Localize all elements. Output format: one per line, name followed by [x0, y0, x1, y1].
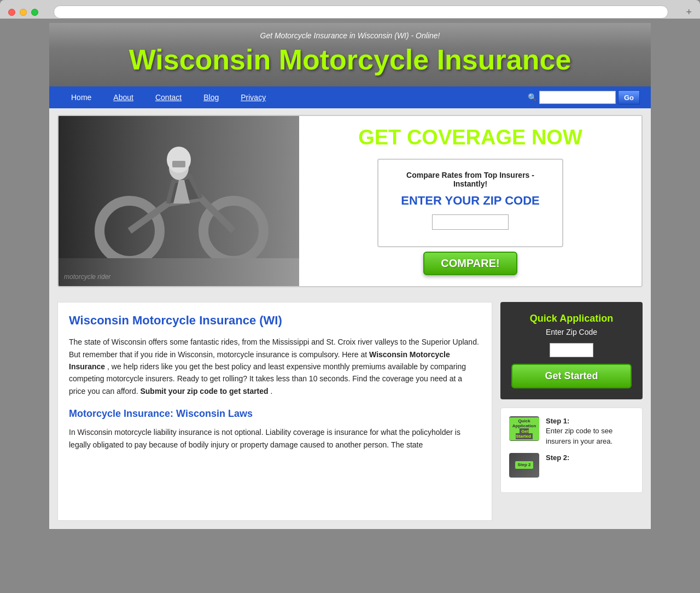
- maximize-button[interactable]: [31, 9, 38, 16]
- widget-title: Quick Application: [511, 313, 632, 324]
- nav-search: 🔍 Go: [528, 90, 640, 104]
- article-body-section2: In Wisconsin motorcycle liability insura…: [69, 426, 481, 451]
- step-1: QuickApplicationGet Started Step 1: Ente…: [509, 416, 634, 446]
- site-nav: Home About Contact Blog Privacy 🔍 Go: [49, 86, 651, 108]
- hero-section: motorcycle rider: [49, 108, 651, 294]
- step-2-text: Step 2:: [546, 453, 569, 463]
- site-header: Get Motorcycle Insurance in Wisconsin (W…: [49, 23, 651, 86]
- article-body-intro: The state of Wisconsin offers some fanta…: [69, 336, 481, 397]
- site-title: Wisconsin Motorcycle Insurance: [60, 44, 640, 75]
- step-2: Step 2 Step 2:: [509, 453, 634, 478]
- step-1-text: Step 1: Enter zip code to see insurers i…: [546, 416, 634, 446]
- section2-title: Motorcycle Insurance: Wisconsin Laws: [69, 408, 481, 420]
- step-1-desc: Enter zip code to see insurers in your a…: [546, 427, 612, 445]
- widget-steps: QuickApplicationGet Started Step 1: Ente…: [500, 408, 643, 493]
- step-2-image: Step 2: [509, 453, 539, 478]
- nav-links: Home About Contact Blog Privacy: [60, 86, 528, 108]
- nav-blog[interactable]: Blog: [192, 86, 230, 108]
- close-button[interactable]: [8, 9, 15, 16]
- step-2-badge: Step 2: [515, 461, 533, 469]
- step-1-image: QuickApplicationGet Started: [509, 416, 539, 441]
- widget-zip-input[interactable]: [550, 343, 593, 357]
- search-button[interactable]: Go: [618, 90, 640, 104]
- hero-inner: motorcycle rider: [57, 115, 643, 287]
- hero-box-tagline: Compare Rates from Top Insurers - Instan…: [395, 171, 546, 188]
- step-2-image-inner: Step 2: [509, 453, 539, 478]
- step-2-number: Step 2:: [546, 454, 569, 462]
- search-icon: 🔍: [528, 93, 537, 102]
- browser-controls: +: [8, 5, 692, 19]
- widget-subtitle: Enter Zip Code: [511, 328, 632, 336]
- hero-headline: GET COVERAGE NOW: [358, 127, 582, 148]
- address-bar[interactable]: [54, 5, 668, 19]
- browser-chrome: +: [0, 0, 700, 19]
- hero-zip-input[interactable]: [432, 214, 509, 230]
- hero-image-label: motorcycle rider: [64, 273, 110, 281]
- widget-quick-app: Quick Application Enter Zip Code Get Sta…: [500, 302, 643, 399]
- step-1-number: Step 1:: [546, 417, 569, 425]
- hero-cta: GET COVERAGE NOW Compare Rates from Top …: [299, 116, 641, 286]
- new-tab-button[interactable]: +: [686, 7, 692, 18]
- hero-image: motorcycle rider: [59, 116, 299, 286]
- step-1-badge: QuickApplicationGet Started: [509, 417, 539, 440]
- hero-motorcycle-svg: [59, 116, 299, 258]
- nav-home[interactable]: Home: [60, 86, 102, 108]
- step-1-image-inner: QuickApplicationGet Started: [509, 416, 539, 441]
- content-article: Wisconsin Motorcycle Insurance (WI) The …: [57, 302, 492, 521]
- article-title: Wisconsin Motorcycle Insurance (WI): [69, 313, 481, 328]
- main-content: Wisconsin Motorcycle Insurance (WI) The …: [49, 294, 651, 529]
- cta-bold: Submit your zip code to get started: [140, 387, 268, 396]
- nav-about[interactable]: About: [102, 86, 144, 108]
- header-tagline: Get Motorcycle Insurance in Wisconsin (W…: [60, 31, 640, 40]
- hero-zip-label: ENTER YOUR ZIP CODE: [395, 194, 546, 208]
- get-started-button[interactable]: Get Started: [511, 364, 632, 388]
- search-input[interactable]: [539, 91, 616, 104]
- compare-button[interactable]: COMPARE!: [423, 252, 517, 275]
- hero-box: Compare Rates from Top Insurers - Instan…: [377, 159, 563, 247]
- svg-rect-5: [172, 161, 185, 167]
- nav-privacy[interactable]: Privacy: [230, 86, 277, 108]
- page-wrapper: Get Motorcycle Insurance in Wisconsin (W…: [0, 23, 700, 529]
- minimize-button[interactable]: [20, 9, 27, 16]
- svg-point-4: [167, 147, 191, 173]
- site-container: Get Motorcycle Insurance in Wisconsin (W…: [49, 23, 651, 529]
- nav-contact[interactable]: Contact: [144, 86, 192, 108]
- content-sidebar: Quick Application Enter Zip Code Get Sta…: [500, 302, 643, 493]
